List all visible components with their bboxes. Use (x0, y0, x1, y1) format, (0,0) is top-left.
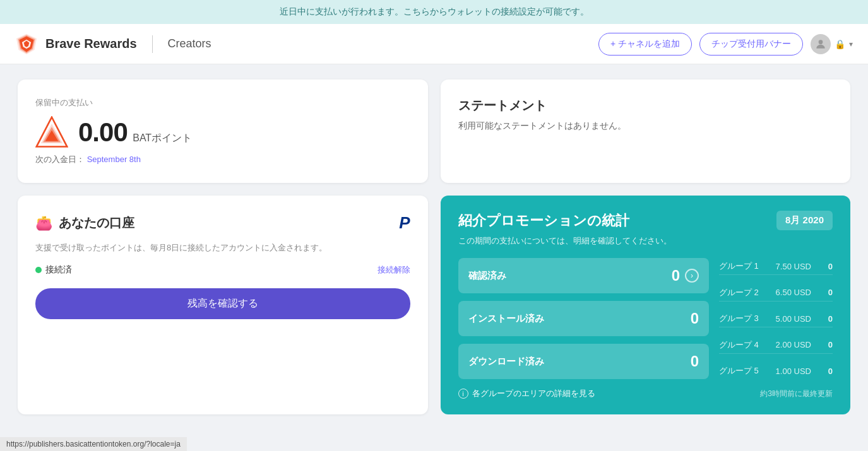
chevron-down-icon: ▾ (849, 40, 853, 49)
header: Brave Rewards Creators + チャネルを追加 チップ受付用バ… (0, 24, 868, 64)
bat-logo-icon (35, 116, 68, 149)
pending-label: 保留中の支払い (35, 97, 410, 108)
account-description: 支援で受け取ったポイントは、毎月8日に接続したアカウントに入金されます。 (35, 242, 410, 254)
pending-amount-row: 0.00 BATポイント (35, 116, 410, 149)
promo-title: 紹介プロモーションの統計 (458, 211, 629, 230)
confirmed-arrow[interactable]: › (685, 269, 699, 283)
logo-creators-text: Creators (168, 37, 211, 50)
wallet-icon: 👛 (35, 215, 52, 231)
group-row-3: グループ 3 5.00 USD 0 (719, 310, 833, 327)
banner-text: 近日中に支払いが行われます。こちらからウォレットの接続設定が可能です。 (280, 6, 589, 16)
next-payment: 次の入金日： September 8th (35, 154, 410, 165)
logo-area: Brave Rewards Creators (15, 33, 598, 56)
stat-row-confirmed: 確認済み 0 › (458, 258, 710, 293)
stat-row-downloaded: ダウンロード済み 0 (458, 344, 710, 379)
account-card: 👛 あなたの口座 P 支援で受け取ったポイントは、毎月8日に接続したアカウントに… (18, 196, 428, 414)
main-content: 保留中の支払い 0.00 BATポイント 次の入金日： September 8t… (0, 64, 868, 430)
top-banner: 近日中に支払いが行われます。こちらからウォレットの接続設定が可能です。 (0, 0, 868, 24)
promo-header: 紹介プロモーションの統計 8月 2020 (458, 211, 833, 230)
logo-divider (152, 35, 153, 53)
promo-date-badge: 8月 2020 (776, 211, 833, 230)
promo-updated-text: 約3時間前に最終更新 (760, 389, 833, 399)
check-balance-button[interactable]: 残高を確認する (35, 288, 410, 319)
tip-banner-button[interactable]: チップ受付用バナー (699, 33, 803, 56)
brave-logo-icon (15, 33, 38, 56)
pending-payment-card: 保留中の支払い 0.00 BATポイント 次の入金日： September 8t… (18, 79, 428, 183)
statement-empty-text: 利用可能なステートメントはありません。 (458, 120, 833, 132)
disconnect-link[interactable]: 接続解除 (378, 264, 410, 276)
next-payment-label: 次の入金日： (35, 155, 85, 164)
promo-more-link[interactable]: i 各グループのエリアの詳細を見る (458, 388, 595, 399)
account-title: あなたの口座 (59, 214, 134, 231)
connected-dot (35, 267, 42, 273)
stats-right: グループ 1 7.50 USD 0 グループ 2 6.50 USD 0 グループ… (719, 258, 833, 379)
info-icon: i (458, 389, 468, 399)
stats-left: 確認済み 0 › インストール済み 0 ダウンロード済み 0 (458, 258, 710, 379)
group-row-5: グループ 5 1.00 USD 0 (719, 363, 833, 379)
account-header: 👛 あなたの口座 P (35, 213, 410, 233)
logo-brave-text: Brave Rewards (45, 37, 137, 51)
svg-point-5 (819, 40, 823, 44)
amount-display: 0.00 BATポイント (78, 117, 192, 148)
connected-label: 接続済 (45, 264, 72, 276)
promo-subtitle: この期間の支払いについては、明細を確認してください。 (458, 235, 833, 247)
bat-unit: BATポイント (133, 132, 192, 143)
more-link-text: 各グループのエリアの詳細を見る (472, 388, 595, 399)
group-row-4: グループ 4 2.00 USD 0 (719, 337, 833, 354)
lock-icon: 🔒 (835, 39, 845, 49)
connection-status: 接続済 (35, 264, 72, 276)
avatar (811, 34, 831, 54)
amount-value: 0.00 (78, 117, 128, 147)
stats-area: 確認済み 0 › インストール済み 0 ダウンロード済み 0 (458, 258, 833, 379)
header-actions: + チャネルを追加 チップ受付用バナー 🔒 ▾ (598, 33, 853, 56)
connection-row: 接続済 接続解除 (35, 264, 410, 276)
user-area[interactable]: 🔒 ▾ (811, 34, 853, 54)
account-title-row: 👛 あなたの口座 (35, 214, 134, 231)
statement-title: ステートメント (458, 97, 833, 114)
next-payment-date[interactable]: September 8th (87, 155, 141, 164)
group-row-2: グループ 2 6.50 USD 0 (719, 284, 833, 302)
promo-card: 紹介プロモーションの統計 8月 2020 この期間の支払いについては、明細を確認… (441, 196, 851, 414)
statement-card: ステートメント 利用可能なステートメントはありません。 (441, 79, 851, 183)
paypal-logo-icon: P (399, 213, 410, 233)
promo-footer: i 各グループのエリアの詳細を見る 約3時間前に最終更新 (458, 388, 833, 399)
add-channel-button[interactable]: + チャネルを追加 (598, 33, 692, 56)
group-row-1: グループ 1 7.50 USD 0 (719, 258, 833, 275)
stat-row-installed: インストール済み 0 (458, 301, 710, 336)
